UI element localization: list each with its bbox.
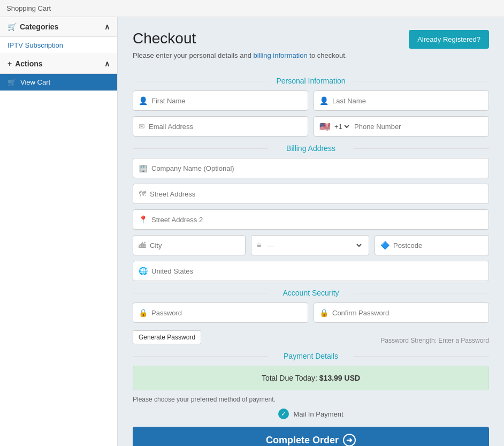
building-icon: 🏢 bbox=[139, 164, 148, 172]
sidebar-actions-header[interactable]: + Actions ∧ bbox=[0, 54, 117, 74]
map-icon: 🗺 bbox=[139, 190, 146, 198]
sidebar-item-iptv-label: IPTV Subscription bbox=[7, 41, 63, 49]
check-icon: ✓ bbox=[278, 409, 289, 419]
postcode-input[interactable] bbox=[393, 241, 483, 250]
checkout-heading-block: Checkout Please enter your personal deta… bbox=[133, 30, 347, 68]
checkout-header-row: Checkout Please enter your personal deta… bbox=[133, 30, 489, 68]
postcode-icon: 🔷 bbox=[380, 241, 390, 250]
chevron-up-icon-2: ∧ bbox=[104, 59, 110, 68]
total-due-box: Total Due Today: $13.99 USD bbox=[133, 366, 489, 390]
complete-order-button[interactable]: Complete Order ➜ bbox=[133, 427, 489, 446]
state-select[interactable]: — bbox=[265, 241, 363, 250]
generate-row: Generate Password Password Strength: Ent… bbox=[133, 328, 489, 344]
password-field[interactable]: 🔒 bbox=[133, 303, 308, 323]
password-strength-text: Password Strength: Enter a Password bbox=[380, 337, 489, 344]
street1-field[interactable]: 🗺 bbox=[133, 184, 489, 204]
street2-row: 📍 bbox=[133, 209, 489, 230]
top-bar-title: Shopping Cart bbox=[6, 4, 51, 12]
confirm-password-input[interactable] bbox=[332, 309, 483, 317]
confirm-password-field[interactable]: 🔒 bbox=[314, 303, 489, 323]
generate-password-button[interactable]: Generate Password bbox=[133, 330, 201, 344]
sidebar-categories-header[interactable]: 🛒 Categories ∧ bbox=[0, 17, 117, 37]
complete-order-label: Complete Order bbox=[266, 435, 339, 446]
payment-method-option[interactable]: ✓ Mail In Payment bbox=[133, 409, 489, 419]
person-icon: 👤 bbox=[139, 96, 148, 105]
country-row: 🌐 bbox=[133, 261, 489, 281]
arrow-circle-icon: ➜ bbox=[343, 434, 356, 446]
street2-field[interactable]: 📍 bbox=[133, 209, 489, 230]
city-icon: 🏙 bbox=[139, 241, 146, 250]
email-icon: ✉ bbox=[139, 122, 145, 131]
last-name-field[interactable]: 👤 bbox=[314, 90, 489, 111]
state-icon: ≡ bbox=[257, 241, 261, 250]
company-row: 🏢 bbox=[133, 158, 489, 178]
subtitle-text: Please enter your personal details and bbox=[133, 51, 251, 59]
password-input[interactable] bbox=[151, 309, 302, 317]
person-icon-2: 👤 bbox=[319, 96, 329, 105]
city-state-postcode-row: 🏙 ≡ — 🔷 bbox=[133, 235, 489, 255]
last-name-input[interactable] bbox=[332, 97, 483, 105]
chevron-up-icon: ∧ bbox=[104, 22, 110, 31]
total-amount: $13.99 USD bbox=[319, 374, 360, 382]
section-personal-info: Personal Information bbox=[133, 77, 489, 85]
subtitle-link[interactable]: billing information bbox=[254, 51, 308, 59]
sidebar-item-iptv[interactable]: IPTV Subscription bbox=[0, 37, 117, 54]
email-input[interactable] bbox=[149, 123, 302, 131]
first-name-field[interactable]: 👤 bbox=[133, 90, 308, 111]
payment-method-label: Mail In Payment bbox=[293, 410, 343, 418]
checkout-subtitle: Please enter your personal details and b… bbox=[133, 51, 347, 59]
sidebar: 🛒 Categories ∧ IPTV Subscription + Actio… bbox=[0, 17, 118, 446]
phone-field[interactable]: 🇺🇸 +1 bbox=[314, 116, 489, 137]
cart-icon: 🛒 bbox=[7, 22, 17, 31]
company-input[interactable] bbox=[151, 164, 483, 172]
sidebar-categories-label: Categories bbox=[20, 22, 58, 31]
subtitle-after: to checkout. bbox=[309, 51, 347, 59]
country-input[interactable] bbox=[151, 267, 483, 275]
company-field[interactable]: 🏢 bbox=[133, 158, 489, 178]
street1-input[interactable] bbox=[150, 190, 483, 198]
country-field[interactable]: 🌐 bbox=[133, 261, 489, 281]
top-bar: Shopping Cart bbox=[0, 0, 504, 17]
phone-prefix-block: 🇺🇸 +1 bbox=[319, 122, 351, 132]
sidebar-item-view-cart[interactable]: 🛒 View Cart bbox=[0, 74, 117, 91]
sidebar-item-view-cart-label: View Cart bbox=[20, 78, 50, 86]
cart-icon-2: 🛒 bbox=[7, 78, 16, 86]
main-content: Checkout Please enter your personal deta… bbox=[118, 17, 504, 446]
page-layout: 🛒 Categories ∧ IPTV Subscription + Actio… bbox=[0, 17, 504, 446]
email-phone-row: ✉ 🇺🇸 +1 bbox=[133, 116, 489, 137]
flag-icon: 🇺🇸 bbox=[319, 122, 330, 132]
total-label: Total Due Today: bbox=[262, 374, 317, 382]
globe-icon: 🌐 bbox=[139, 267, 148, 275]
city-input[interactable] bbox=[150, 241, 240, 250]
first-name-input[interactable] bbox=[151, 97, 302, 105]
lock-icon: 🔒 bbox=[139, 308, 148, 317]
street1-row: 🗺 bbox=[133, 184, 489, 204]
state-field[interactable]: ≡ — bbox=[251, 235, 369, 255]
phone-country-select[interactable]: +1 bbox=[332, 122, 351, 131]
sidebar-actions-label: Actions bbox=[15, 59, 42, 68]
name-row: 👤 👤 bbox=[133, 90, 489, 111]
city-field[interactable]: 🏙 bbox=[133, 235, 246, 255]
plus-icon: + bbox=[7, 59, 12, 68]
postcode-field[interactable]: 🔷 bbox=[375, 235, 489, 255]
section-billing-address: Billing Address bbox=[133, 144, 489, 153]
already-registered-button[interactable]: Already Registered? bbox=[409, 30, 489, 49]
pin-icon: 📍 bbox=[139, 215, 148, 224]
checkout-title: Checkout bbox=[133, 30, 347, 47]
phone-input[interactable] bbox=[354, 123, 483, 131]
lock-icon-2: 🔒 bbox=[319, 308, 329, 317]
email-field[interactable]: ✉ bbox=[133, 116, 308, 137]
section-payment-details: Payment Details bbox=[133, 352, 489, 360]
section-account-security: Account Security bbox=[133, 289, 489, 297]
arrow-right-icon: ➜ bbox=[346, 436, 353, 444]
payment-note: Please choose your preferred method of p… bbox=[133, 396, 489, 403]
password-row: 🔒 🔒 bbox=[133, 303, 489, 323]
street2-input[interactable] bbox=[151, 216, 483, 224]
